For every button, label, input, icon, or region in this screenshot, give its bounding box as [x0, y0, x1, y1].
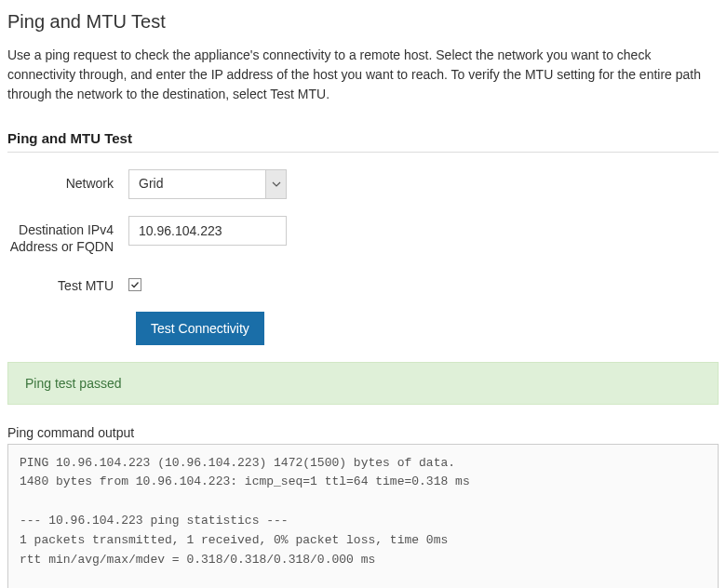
destination-input[interactable] — [128, 216, 287, 246]
destination-row: Destination IPv4 Address or FQDN — [7, 216, 719, 255]
check-icon — [130, 280, 140, 289]
chevron-down-icon — [265, 170, 286, 198]
output-label: Ping command output — [7, 425, 719, 440]
test-mtu-label: Test MTU — [7, 272, 128, 294]
network-row: Network Grid — [7, 169, 719, 199]
test-connectivity-button[interactable]: Test Connectivity — [136, 312, 264, 345]
test-mtu-checkbox[interactable] — [128, 278, 141, 291]
test-mtu-row: Test MTU — [7, 272, 719, 294]
page-title: Ping and MTU Test — [7, 11, 719, 33]
network-select[interactable]: Grid — [128, 169, 287, 199]
page-description: Use a ping request to check the applianc… — [7, 46, 719, 104]
section-header: Ping and MTU Test — [7, 130, 719, 153]
network-label: Network — [7, 169, 128, 192]
destination-label: Destination IPv4 Address or FQDN — [7, 216, 128, 255]
network-select-value: Grid — [129, 170, 265, 198]
ping-output: PING 10.96.104.223 (10.96.104.223) 1472(… — [7, 444, 719, 588]
status-alert: Ping test passed — [7, 362, 719, 405]
